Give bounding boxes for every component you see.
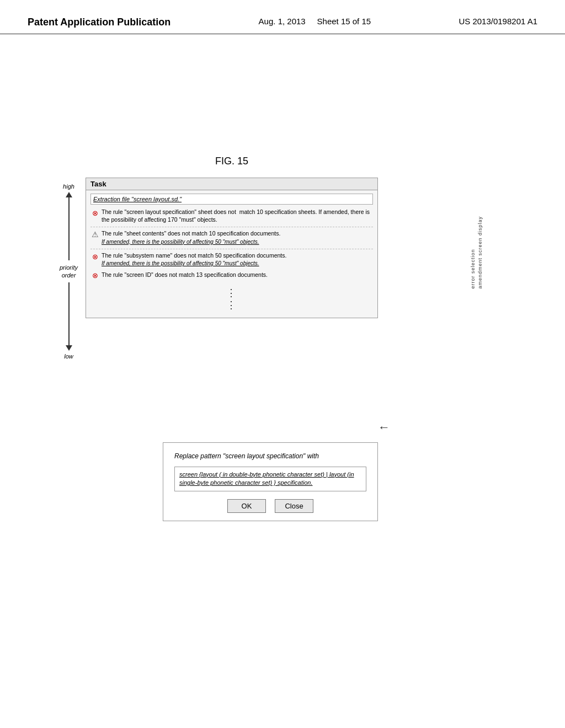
warn-icon-1: ⚠ bbox=[90, 230, 99, 239]
publication-title: Patent Application Publication bbox=[28, 17, 170, 28]
right-side-label: error selection amendment screen display bbox=[470, 216, 483, 289]
error-high-icon-2: ⊗ bbox=[90, 252, 99, 261]
task-window: Task Extraction file "screen layout.sd."… bbox=[86, 178, 378, 318]
priority-order-label: priority order bbox=[60, 264, 78, 280]
ok-button[interactable]: OK bbox=[227, 499, 266, 513]
figure-label: FIG. 15 bbox=[215, 156, 248, 167]
patent-number: US 2013/0198201 A1 bbox=[459, 17, 537, 26]
priority-order-area: high priority order low bbox=[60, 183, 78, 360]
error-text-1: The rule "screen layout specification" s… bbox=[102, 208, 373, 223]
dialog-main-text: Replace pattern "screen layout specifica… bbox=[174, 452, 366, 461]
extraction-file-label: Extraction file "screen layout.sd." bbox=[90, 194, 373, 205]
error-text-4: The rule "screen ID" does not match 13 s… bbox=[102, 271, 268, 279]
priority-arrow: priority order bbox=[60, 192, 78, 351]
priority-high-label: high bbox=[63, 183, 74, 190]
error-text-2: The rule "sheet contents" does not match… bbox=[102, 229, 280, 245]
error-item-1: ⊗ The rule "screen layout specification"… bbox=[90, 208, 373, 223]
close-button[interactable]: Close bbox=[275, 499, 313, 513]
dialog-box: Replace pattern "screen layout specifica… bbox=[163, 442, 378, 521]
error-item-4: ⊗ The rule "screen ID" does not match 13… bbox=[90, 271, 373, 280]
error-text-3: The rule "subsystem name" does not match… bbox=[102, 251, 286, 267]
task-titlebar: Task bbox=[86, 178, 377, 190]
publication-date: Aug. 1, 2013 bbox=[259, 17, 306, 26]
error-item-3: ⊗ The rule "subsystem name" does not mat… bbox=[90, 251, 373, 267]
dialog-buttons: OK Close bbox=[174, 499, 366, 513]
arrow-line-2 bbox=[68, 282, 70, 345]
separator-2 bbox=[90, 249, 373, 249]
arrow-line bbox=[68, 197, 70, 260]
publication-date-sheet: Aug. 1, 2013 Sheet 15 of 15 bbox=[259, 17, 371, 26]
arrow-down-icon bbox=[66, 345, 72, 351]
main-content: FIG. 15 high priority order low Task Ext… bbox=[0, 34, 565, 718]
task-content: Extraction file "screen layout.sd." ⊗ Th… bbox=[86, 190, 377, 318]
separator-1 bbox=[90, 227, 373, 227]
connector-arrow-icon: ← bbox=[378, 420, 390, 435]
sheet-info: Sheet 15 of 15 bbox=[317, 17, 371, 26]
page-header: Patent Application Publication Aug. 1, 2… bbox=[0, 0, 565, 34]
priority-low-label: low bbox=[64, 353, 73, 360]
arrow-up-icon bbox=[66, 192, 72, 197]
error-high-icon-3: ⊗ bbox=[90, 271, 99, 280]
more-dots: ⋮⋮ bbox=[90, 283, 373, 314]
error-item-2: ⚠ The rule "sheet contents" does not mat… bbox=[90, 229, 373, 245]
error-high-icon-1: ⊗ bbox=[90, 208, 99, 217]
dialog-input-area: screen {layout ( in double-byte phonetic… bbox=[174, 467, 366, 491]
